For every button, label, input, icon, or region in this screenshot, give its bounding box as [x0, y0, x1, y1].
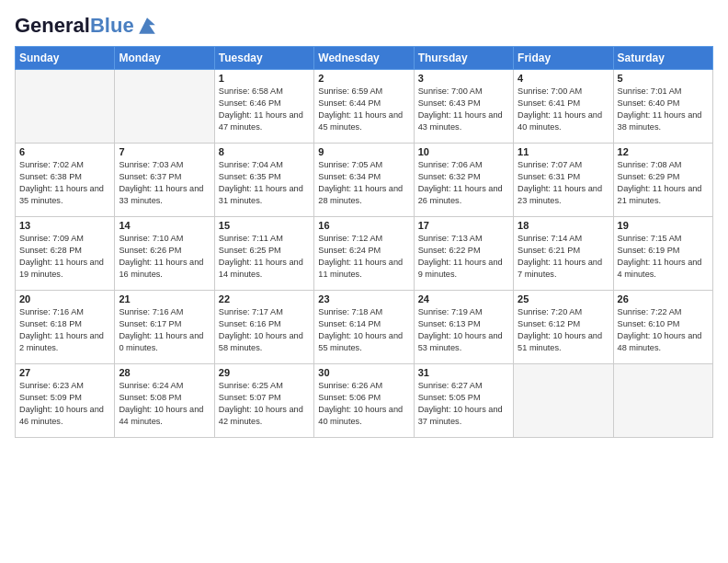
day-info: Sunrise: 6:25 AM Sunset: 5:07 PM Dayligh… — [219, 380, 310, 428]
day-number: 16 — [318, 220, 409, 231]
day-info: Sunrise: 6:24 AM Sunset: 5:08 PM Dayligh… — [119, 380, 210, 428]
svg-marker-0 — [139, 17, 155, 34]
day-cell: 28Sunrise: 6:24 AM Sunset: 5:08 PM Dayli… — [115, 364, 214, 438]
day-cell: 20Sunrise: 7:16 AM Sunset: 6:18 PM Dayli… — [16, 291, 115, 364]
day-cell: 14Sunrise: 7:10 AM Sunset: 6:26 PM Dayli… — [115, 217, 214, 291]
day-number: 23 — [318, 293, 409, 304]
day-info: Sunrise: 7:12 AM Sunset: 6:24 PM Dayligh… — [318, 233, 409, 281]
week-row-1: 6Sunrise: 7:02 AM Sunset: 6:38 PM Daylig… — [16, 144, 713, 217]
day-info: Sunrise: 7:13 AM Sunset: 6:22 PM Dayligh… — [418, 233, 509, 281]
weekday-header-sunday: Sunday — [16, 47, 115, 70]
day-cell: 29Sunrise: 6:25 AM Sunset: 5:07 PM Dayli… — [214, 364, 313, 438]
day-number: 25 — [518, 293, 609, 304]
day-cell: 8Sunrise: 7:04 AM Sunset: 6:35 PM Daylig… — [214, 144, 313, 217]
day-number: 17 — [418, 220, 509, 231]
day-cell: 7Sunrise: 7:03 AM Sunset: 6:37 PM Daylig… — [115, 144, 214, 217]
weekday-header-wednesday: Wednesday — [314, 47, 414, 70]
day-number: 6 — [19, 146, 110, 157]
day-info: Sunrise: 7:16 AM Sunset: 6:17 PM Dayligh… — [119, 306, 210, 354]
day-number: 9 — [318, 146, 409, 157]
day-number: 4 — [518, 73, 609, 84]
day-cell: 27Sunrise: 6:23 AM Sunset: 5:09 PM Dayli… — [16, 364, 115, 438]
day-number: 19 — [618, 220, 709, 231]
day-cell: 15Sunrise: 7:11 AM Sunset: 6:25 PM Dayli… — [214, 217, 313, 291]
day-info: Sunrise: 7:22 AM Sunset: 6:10 PM Dayligh… — [618, 306, 709, 354]
day-cell: 22Sunrise: 7:17 AM Sunset: 6:16 PM Dayli… — [214, 291, 313, 364]
day-info: Sunrise: 7:19 AM Sunset: 6:13 PM Dayligh… — [418, 306, 509, 354]
day-info: Sunrise: 7:15 AM Sunset: 6:19 PM Dayligh… — [618, 233, 709, 281]
day-info: Sunrise: 6:27 AM Sunset: 5:05 PM Dayligh… — [418, 380, 509, 428]
week-row-2: 13Sunrise: 7:09 AM Sunset: 6:28 PM Dayli… — [16, 217, 713, 291]
day-number: 2 — [318, 73, 409, 84]
day-info: Sunrise: 7:02 AM Sunset: 6:38 PM Dayligh… — [19, 159, 110, 207]
day-cell: 19Sunrise: 7:15 AM Sunset: 6:19 PM Dayli… — [613, 217, 712, 291]
day-number: 29 — [219, 367, 310, 378]
weekday-header-friday: Friday — [514, 47, 613, 70]
day-cell: 23Sunrise: 7:18 AM Sunset: 6:14 PM Dayli… — [314, 291, 414, 364]
day-number: 27 — [19, 367, 110, 378]
day-cell: 11Sunrise: 7:07 AM Sunset: 6:31 PM Dayli… — [514, 144, 613, 217]
day-number: 1 — [219, 73, 310, 84]
day-number: 24 — [418, 293, 509, 304]
day-cell — [115, 70, 214, 144]
day-number: 5 — [618, 73, 709, 84]
day-info: Sunrise: 7:01 AM Sunset: 6:40 PM Dayligh… — [618, 86, 709, 133]
weekday-header-monday: Monday — [115, 47, 214, 70]
day-info: Sunrise: 7:08 AM Sunset: 6:29 PM Dayligh… — [618, 159, 709, 207]
day-info: Sunrise: 7:05 AM Sunset: 6:34 PM Dayligh… — [318, 159, 409, 207]
logo-icon — [136, 15, 158, 37]
day-info: Sunrise: 7:10 AM Sunset: 6:26 PM Dayligh… — [119, 233, 210, 281]
day-cell: 6Sunrise: 7:02 AM Sunset: 6:38 PM Daylig… — [16, 144, 115, 217]
day-cell: 25Sunrise: 7:20 AM Sunset: 6:12 PM Dayli… — [514, 291, 613, 364]
day-cell: 26Sunrise: 7:22 AM Sunset: 6:10 PM Dayli… — [613, 291, 712, 364]
day-cell: 13Sunrise: 7:09 AM Sunset: 6:28 PM Dayli… — [16, 217, 115, 291]
day-cell — [613, 364, 712, 438]
week-row-4: 27Sunrise: 6:23 AM Sunset: 5:09 PM Dayli… — [16, 364, 713, 438]
day-cell: 9Sunrise: 7:05 AM Sunset: 6:34 PM Daylig… — [314, 144, 414, 217]
day-info: Sunrise: 7:09 AM Sunset: 6:28 PM Dayligh… — [19, 233, 110, 281]
weekday-header-thursday: Thursday — [414, 47, 513, 70]
day-cell: 4Sunrise: 7:00 AM Sunset: 6:41 PM Daylig… — [514, 70, 613, 144]
day-cell: 16Sunrise: 7:12 AM Sunset: 6:24 PM Dayli… — [314, 217, 414, 291]
weekday-header-row: SundayMondayTuesdayWednesdayThursdayFrid… — [16, 47, 713, 70]
weekday-header-saturday: Saturday — [613, 47, 712, 70]
day-info: Sunrise: 6:23 AM Sunset: 5:09 PM Dayligh… — [19, 380, 110, 428]
day-number: 31 — [418, 367, 509, 378]
day-number: 3 — [418, 73, 509, 84]
day-info: Sunrise: 7:03 AM Sunset: 6:37 PM Dayligh… — [119, 159, 210, 207]
day-info: Sunrise: 7:07 AM Sunset: 6:31 PM Dayligh… — [518, 159, 609, 207]
day-number: 15 — [219, 220, 310, 231]
day-cell: 17Sunrise: 7:13 AM Sunset: 6:22 PM Dayli… — [414, 217, 513, 291]
logo: GeneralBlue — [15, 15, 158, 37]
day-info: Sunrise: 7:06 AM Sunset: 6:32 PM Dayligh… — [418, 159, 509, 207]
day-number: 13 — [19, 220, 110, 231]
day-cell: 30Sunrise: 6:26 AM Sunset: 5:06 PM Dayli… — [314, 364, 414, 438]
week-row-0: 1Sunrise: 6:58 AM Sunset: 6:46 PM Daylig… — [16, 70, 713, 144]
day-info: Sunrise: 7:17 AM Sunset: 6:16 PM Dayligh… — [219, 306, 310, 354]
header: GeneralBlue — [15, 15, 713, 37]
day-cell: 10Sunrise: 7:06 AM Sunset: 6:32 PM Dayli… — [414, 144, 513, 217]
day-info: Sunrise: 7:00 AM Sunset: 6:43 PM Dayligh… — [418, 86, 509, 133]
day-number: 8 — [219, 146, 310, 157]
logo-text: GeneralBlue — [15, 15, 134, 37]
day-info: Sunrise: 7:00 AM Sunset: 6:41 PM Dayligh… — [518, 86, 609, 133]
day-info: Sunrise: 7:11 AM Sunset: 6:25 PM Dayligh… — [219, 233, 310, 281]
day-cell: 1Sunrise: 6:58 AM Sunset: 6:46 PM Daylig… — [214, 70, 313, 144]
day-cell — [514, 364, 613, 438]
day-info: Sunrise: 7:16 AM Sunset: 6:18 PM Dayligh… — [19, 306, 110, 354]
day-number: 10 — [418, 146, 509, 157]
day-cell: 24Sunrise: 7:19 AM Sunset: 6:13 PM Dayli… — [414, 291, 513, 364]
day-number: 30 — [318, 367, 409, 378]
day-number: 28 — [119, 367, 210, 378]
page-container: GeneralBlue SundayMondayTuesdayWednesday… — [0, 0, 728, 563]
day-number: 14 — [119, 220, 210, 231]
day-info: Sunrise: 6:59 AM Sunset: 6:44 PM Dayligh… — [318, 86, 409, 133]
day-number: 20 — [19, 293, 110, 304]
day-cell: 12Sunrise: 7:08 AM Sunset: 6:29 PM Dayli… — [613, 144, 712, 217]
day-number: 12 — [618, 146, 709, 157]
day-number: 7 — [119, 146, 210, 157]
day-cell: 18Sunrise: 7:14 AM Sunset: 6:21 PM Dayli… — [514, 217, 613, 291]
day-info: Sunrise: 6:26 AM Sunset: 5:06 PM Dayligh… — [318, 380, 409, 428]
day-number: 18 — [518, 220, 609, 231]
day-number: 26 — [618, 293, 709, 304]
